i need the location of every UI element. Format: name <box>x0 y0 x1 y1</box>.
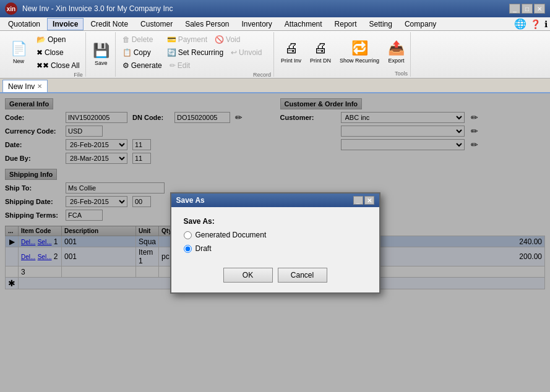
save-button[interactable]: 💾 Save <box>90 36 113 73</box>
toolbar: 📄 New 📂 Open ✖ Close ✖✖ Close All <box>0 31 550 79</box>
open-button[interactable]: 📂 Open <box>33 33 83 46</box>
payment-icon: 💳 <box>167 35 176 44</box>
main-content: General Info Code: DN Code: ✏ Currency C… <box>0 93 550 392</box>
save-as-radio-group: Generated Document Draft <box>184 231 367 253</box>
unvoid-button[interactable]: ↩ Unvoid <box>228 46 271 59</box>
menu-inventory[interactable]: Inventory <box>236 18 278 30</box>
record-group-label: Record <box>253 72 271 79</box>
generate-button[interactable]: ⚙ Generate <box>119 59 165 72</box>
export-button[interactable]: 📤 Export <box>385 33 408 70</box>
set-recurring-icon: 🔄 <box>167 48 176 57</box>
menu-setting[interactable]: Setting <box>364 18 398 30</box>
menu-company[interactable]: Company <box>399 18 442 30</box>
menu-credit-note[interactable]: Credit Note <box>85 18 134 30</box>
file-sub-buttons: 📂 Open ✖ Close ✖✖ Close All <box>33 33 83 72</box>
radio-draft-label: Draft <box>196 244 212 253</box>
tab-bar: New Inv ✕ <box>0 79 550 93</box>
help-icon[interactable]: ❓ <box>530 19 541 29</box>
show-recurring-button[interactable]: 🔁 Show Recurring <box>337 33 382 70</box>
generate-icon: ⚙ <box>122 61 129 70</box>
edit-icon: ✏ <box>170 61 176 70</box>
menu-sales-person[interactable]: Sales Person <box>179 18 234 30</box>
dialog-minimize[interactable]: _ <box>353 196 363 205</box>
menu-quotation[interactable]: Quotation <box>2 18 46 30</box>
close-button[interactable]: ✖ Close <box>33 46 83 59</box>
radio-draft[interactable]: Draft <box>184 244 367 253</box>
export-icon: 📤 <box>388 40 405 56</box>
radio-draft-input[interactable] <box>184 245 192 253</box>
payment-button[interactable]: 💳 Payment <box>164 33 210 46</box>
edit-button[interactable]: ✏ Edit <box>166 59 210 72</box>
tab-new-inv[interactable]: New Inv ✕ <box>2 80 48 92</box>
radio-generated[interactable]: Generated Document <box>184 231 367 239</box>
show-recurring-icon: 🔁 <box>351 40 368 56</box>
toolbar-tools-group: 🖨 Print Inv 🖨 Print DN 🔁 Show Recurring … <box>275 32 411 77</box>
close-all-button[interactable]: ✖✖ Close All <box>33 59 83 72</box>
dialog-close[interactable]: ✕ <box>364 196 374 205</box>
menu-attachment[interactable]: Attachment <box>279 18 328 30</box>
dialog-cancel-button[interactable]: Cancel <box>278 268 327 283</box>
void-icon: 🚫 <box>215 35 224 44</box>
menu-customer[interactable]: Customer <box>135 18 178 30</box>
print-inv-button[interactable]: 🖨 Print Inv <box>278 33 304 70</box>
dialog-title-text: Save As <box>176 196 205 205</box>
maximize-button[interactable]: □ <box>522 4 533 14</box>
dialog-footer: OK Cancel <box>171 263 379 292</box>
save-as-dialog: Save As _ ✕ Save As: Generated Document … <box>170 192 380 294</box>
print-dn-icon: 🖨 <box>314 40 327 56</box>
radio-generated-label: Generated Document <box>196 231 267 239</box>
menu-invoice[interactable]: Invoice <box>47 18 84 30</box>
copy-icon: 📋 <box>122 48 132 57</box>
dialog-title-bar: Save As _ ✕ <box>171 194 379 207</box>
info-icon[interactable]: ℹ <box>544 19 548 29</box>
toolbar-file-group: 📄 New 📂 Open ✖ Close ✖✖ Close All <box>2 32 86 77</box>
delete-icon: 🗑 <box>122 35 130 44</box>
toolbar-save-group: 💾 Save <box>87 32 116 77</box>
copy-button[interactable]: 📋 Copy <box>119 46 163 59</box>
new-icon: 📄 <box>11 41 27 57</box>
window-controls[interactable]: _ □ ✕ <box>509 4 545 14</box>
minimize-button[interactable]: _ <box>509 4 520 14</box>
print-dn-button[interactable]: 🖨 Print DN <box>307 33 334 70</box>
open-icon: 📂 <box>37 35 46 44</box>
unvoid-icon: ↩ <box>231 48 237 57</box>
set-recurring-button[interactable]: 🔄 Set Recurring <box>164 46 226 59</box>
dialog-ok-button[interactable]: OK <box>223 268 273 283</box>
window-title: New Inv - Xin Invoice 3.0 for My Company… <box>22 4 173 13</box>
dialog-body: Save As: Generated Document Draft <box>171 207 379 263</box>
print-inv-icon: 🖨 <box>285 40 298 56</box>
close-all-icon: ✖✖ <box>37 61 49 70</box>
title-bar: xin New Inv - Xin Invoice 3.0 for My Com… <box>0 0 550 17</box>
close-doc-icon: ✖ <box>37 48 43 57</box>
tab-label: New Inv <box>8 82 35 91</box>
save-as-label: Save As: <box>184 217 367 226</box>
dialog-controls[interactable]: _ ✕ <box>353 196 374 205</box>
close-window-button[interactable]: ✕ <box>534 4 545 14</box>
toolbar-record-group: 🗑 Delete 💳 Payment 🚫 Void 📋 <box>117 32 274 77</box>
new-button[interactable]: 📄 New <box>5 34 32 71</box>
radio-generated-input[interactable] <box>184 231 192 239</box>
void-button[interactable]: 🚫 Void <box>212 33 255 46</box>
delete-button[interactable]: 🗑 Delete <box>119 33 163 46</box>
globe-icon[interactable]: 🌐 <box>514 18 526 30</box>
menu-report[interactable]: Report <box>329 18 363 30</box>
dialog-overlay: Save As _ ✕ Save As: Generated Document … <box>0 93 550 392</box>
file-group-label: File <box>74 72 83 79</box>
save-icon: 💾 <box>93 43 110 59</box>
menu-bar: Quotation Invoice Credit Note Customer S… <box>0 17 550 31</box>
tools-group-label: Tools <box>395 70 408 77</box>
tab-close-button[interactable]: ✕ <box>37 83 42 90</box>
app-logo: xin <box>5 2 17 15</box>
